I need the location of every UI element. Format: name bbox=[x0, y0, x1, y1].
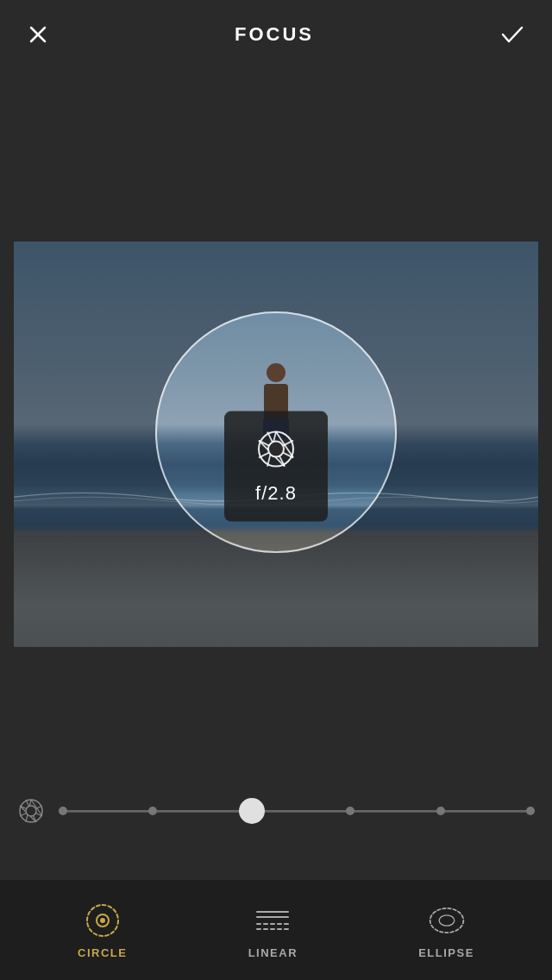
aperture-icon bbox=[255, 429, 297, 474]
aperture-popup: f/2.8 bbox=[224, 411, 328, 522]
aperture-value: f/2.8 bbox=[255, 482, 297, 505]
aperture-small-icon bbox=[17, 797, 45, 825]
slider-dot-3-active[interactable] bbox=[239, 798, 265, 824]
confirm-button[interactable] bbox=[493, 17, 531, 52]
svg-point-9 bbox=[268, 442, 284, 457]
beach-background: f/2.8 bbox=[14, 242, 538, 647]
header: FOCUS bbox=[0, 0, 552, 69]
aperture-slider[interactable] bbox=[59, 810, 535, 813]
tab-circle[interactable]: CIRCLE bbox=[60, 893, 144, 968]
svg-point-25 bbox=[430, 908, 463, 932]
top-padding bbox=[0, 69, 552, 242]
svg-point-17 bbox=[26, 806, 36, 816]
svg-point-26 bbox=[439, 914, 455, 925]
close-icon bbox=[28, 24, 48, 45]
slider-dot-1[interactable] bbox=[59, 807, 67, 815]
ellipse-tab-icon bbox=[428, 901, 466, 939]
svg-point-20 bbox=[100, 918, 105, 923]
tab-linear[interactable]: LINEAR bbox=[231, 893, 315, 968]
person-head bbox=[267, 363, 285, 382]
page-title: FOCUS bbox=[235, 23, 314, 46]
linear-tab-icon bbox=[254, 901, 292, 939]
tab-ellipse-label: ELLIPSE bbox=[418, 946, 474, 959]
tab-circle-label: CIRCLE bbox=[78, 946, 127, 959]
slider-dot-6[interactable] bbox=[526, 807, 535, 815]
focus-mode-tabs: CIRCLE LINEAR ELLIPSE bbox=[0, 880, 552, 980]
circle-tab-icon bbox=[84, 901, 122, 939]
slider-dot-2[interactable] bbox=[148, 807, 157, 815]
checkmark-icon bbox=[500, 24, 524, 45]
tab-linear-label: LINEAR bbox=[248, 946, 298, 959]
slider-dot-4[interactable] bbox=[346, 807, 354, 815]
slider-dots bbox=[59, 798, 535, 824]
slider-dot-5[interactable] bbox=[436, 807, 445, 815]
slider-section bbox=[0, 785, 552, 837]
cancel-button[interactable] bbox=[21, 17, 55, 52]
tab-ellipse[interactable]: ELLIPSE bbox=[401, 893, 492, 968]
image-preview[interactable]: f/2.8 bbox=[14, 242, 538, 647]
